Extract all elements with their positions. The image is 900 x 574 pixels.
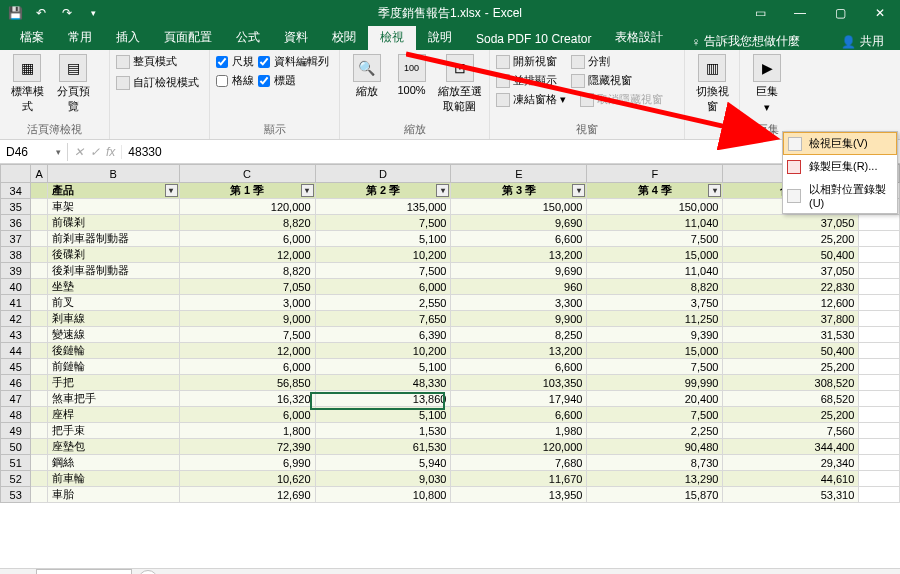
table-row[interactable]: 48 座桿6,0005,1006,6007,50025,200: [1, 407, 900, 423]
table-row[interactable]: 51 鋼絲6,9905,9407,6808,73029,340: [1, 455, 900, 471]
page-break-button[interactable]: ▤分頁預覽: [52, 54, 94, 114]
filter-icon[interactable]: ▾: [572, 184, 585, 197]
table-row[interactable]: 36 前碟剎8,8207,5009,69011,04037,050: [1, 215, 900, 231]
table-row[interactable]: 42 剎車線9,0007,6509,90011,25037,800: [1, 311, 900, 327]
close-icon[interactable]: ✕: [860, 0, 900, 26]
row-header[interactable]: 51: [1, 455, 31, 471]
tab-table-design[interactable]: 表格設計: [603, 25, 675, 50]
table-row[interactable]: 37 前剎車器制動器6,0005,1006,6007,50025,200: [1, 231, 900, 247]
row-header[interactable]: 50: [1, 439, 31, 455]
filter-icon[interactable]: ▾: [708, 184, 721, 197]
macros-button[interactable]: ▶巨集▾: [746, 54, 788, 114]
row-header[interactable]: 38: [1, 247, 31, 263]
share-button[interactable]: 👤 共用: [833, 33, 892, 50]
cancel-formula-icon[interactable]: ✕: [74, 145, 84, 159]
table-row[interactable]: 49 把手束1,8001,5301,9802,2507,560: [1, 423, 900, 439]
chevron-down-icon[interactable]: ▾: [56, 147, 61, 157]
filter-icon[interactable]: ▾: [301, 184, 314, 197]
table-row[interactable]: 35 車架120,000135,000150,000150,000555,000: [1, 199, 900, 215]
ribbon-display-icon[interactable]: ▭: [740, 0, 780, 26]
enter-formula-icon[interactable]: ✓: [90, 145, 100, 159]
col-header[interactable]: F: [587, 165, 723, 183]
table-row[interactable]: 52 前車輪10,6209,03011,67013,29044,610: [1, 471, 900, 487]
tab-help[interactable]: 說明: [416, 25, 464, 50]
view-macros-item[interactable]: 檢視巨集(V): [783, 132, 897, 155]
zoom-button[interactable]: 🔍縮放: [346, 54, 387, 99]
row-header[interactable]: 42: [1, 311, 31, 327]
row-header[interactable]: 47: [1, 391, 31, 407]
tab-home[interactable]: 常用: [56, 25, 104, 50]
tab-review[interactable]: 校閱: [320, 25, 368, 50]
tab-formulas[interactable]: 公式: [224, 25, 272, 50]
split-button[interactable]: 分割: [571, 54, 610, 69]
row-header[interactable]: 39: [1, 263, 31, 279]
table-row[interactable]: 41 前叉3,0002,5503,3003,75012,600: [1, 295, 900, 311]
col-header[interactable]: C: [179, 165, 315, 183]
relative-reference-item[interactable]: 以相對位置錄製(U): [783, 178, 897, 213]
row-header[interactable]: 52: [1, 471, 31, 487]
row-header[interactable]: 36: [1, 215, 31, 231]
row-header[interactable]: 41: [1, 295, 31, 311]
select-all[interactable]: [1, 165, 31, 183]
qat-customize-icon[interactable]: ▾: [82, 2, 104, 24]
record-macro-item[interactable]: 錄製巨集(R)...: [783, 155, 897, 178]
row-header[interactable]: 45: [1, 359, 31, 375]
tab-view[interactable]: 檢視: [368, 25, 416, 50]
custom-views-button[interactable]: 自訂檢視模式: [116, 75, 199, 90]
table-row[interactable]: 46 手把56,85048,330103,35099,990308,520: [1, 375, 900, 391]
redo-icon[interactable]: ↷: [56, 2, 78, 24]
tab-file[interactable]: 檔案: [8, 25, 56, 50]
headings-checkbox[interactable]: 標題: [258, 73, 329, 88]
table-row[interactable]: 47 煞車把手16,32013,86017,94020,40068,520: [1, 391, 900, 407]
filter-icon[interactable]: ▾: [436, 184, 449, 197]
new-window-button[interactable]: 開新視窗: [496, 54, 557, 69]
row-header[interactable]: 46: [1, 375, 31, 391]
table-row[interactable]: 50 座墊包72,39061,530120,00090,480344,400: [1, 439, 900, 455]
fx-icon[interactable]: fx: [106, 145, 115, 159]
tell-me[interactable]: ♀ 告訴我您想做什麼: [683, 33, 808, 50]
row-header[interactable]: 40: [1, 279, 31, 295]
maximize-icon[interactable]: ▢: [820, 0, 860, 26]
row-header[interactable]: 53: [1, 487, 31, 503]
tab-soda-pdf[interactable]: Soda PDF 10 Creator: [464, 28, 603, 50]
switch-windows-button[interactable]: ▥切換視窗: [691, 54, 733, 114]
row-header[interactable]: 35: [1, 199, 31, 215]
formula-bar-checkbox[interactable]: 資料編輯列: [258, 54, 329, 69]
add-sheet-button[interactable]: ＋: [138, 570, 158, 575]
zoom-100-button[interactable]: 100100%: [391, 54, 432, 96]
col-header[interactable]: B: [47, 165, 179, 183]
table-row[interactable]: 44 後鏈輪12,00010,20013,20015,00050,400: [1, 343, 900, 359]
spreadsheet-grid[interactable]: A B C D E F G 34 產品▾ 第 1 季▾ 第 2 季▾ 第 3 季…: [0, 164, 900, 568]
save-icon[interactable]: 💾: [4, 2, 26, 24]
page-layout-button[interactable]: 整頁模式: [116, 54, 177, 69]
sheet-tab[interactable]: 季度銷售報告: [36, 569, 132, 575]
tab-data[interactable]: 資料: [272, 25, 320, 50]
row-header[interactable]: 49: [1, 423, 31, 439]
col-header[interactable]: A: [31, 165, 47, 183]
arrange-button[interactable]: 並排顯示: [496, 73, 557, 88]
undo-icon[interactable]: ↶: [30, 2, 52, 24]
table-row[interactable]: 45 前鏈輪6,0005,1006,6007,50025,200: [1, 359, 900, 375]
name-box[interactable]: D46▾: [0, 143, 68, 161]
gridlines-checkbox[interactable]: 格線: [216, 73, 254, 88]
ruler-checkbox[interactable]: 尺規: [216, 54, 254, 69]
filter-icon[interactable]: ▾: [165, 184, 178, 197]
table-row[interactable]: 39 後剎車器制動器8,8207,5009,69011,04037,050: [1, 263, 900, 279]
row-header[interactable]: 44: [1, 343, 31, 359]
minimize-icon[interactable]: —: [780, 0, 820, 26]
row-header[interactable]: 34: [1, 183, 31, 199]
table-row[interactable]: 38 後碟剎12,00010,20013,20015,00050,400: [1, 247, 900, 263]
row-header[interactable]: 48: [1, 407, 31, 423]
col-header[interactable]: D: [315, 165, 451, 183]
row-header[interactable]: 37: [1, 231, 31, 247]
tab-page-layout[interactable]: 頁面配置: [152, 25, 224, 50]
tab-insert[interactable]: 插入: [104, 25, 152, 50]
normal-view-button[interactable]: ▦標準模式: [6, 54, 48, 114]
row-header[interactable]: 43: [1, 327, 31, 343]
table-row[interactable]: 53 車胎12,69010,80013,95015,87053,310: [1, 487, 900, 503]
formula-input[interactable]: 48330: [122, 143, 880, 161]
unhide-button[interactable]: 取消隱藏視窗: [580, 92, 663, 107]
table-row[interactable]: 40 坐墊7,0506,0009608,82022,830: [1, 279, 900, 295]
zoom-selection-button[interactable]: ⊡縮放至選取範圍: [436, 54, 483, 114]
freeze-button[interactable]: 凍結窗格▾: [496, 92, 566, 107]
